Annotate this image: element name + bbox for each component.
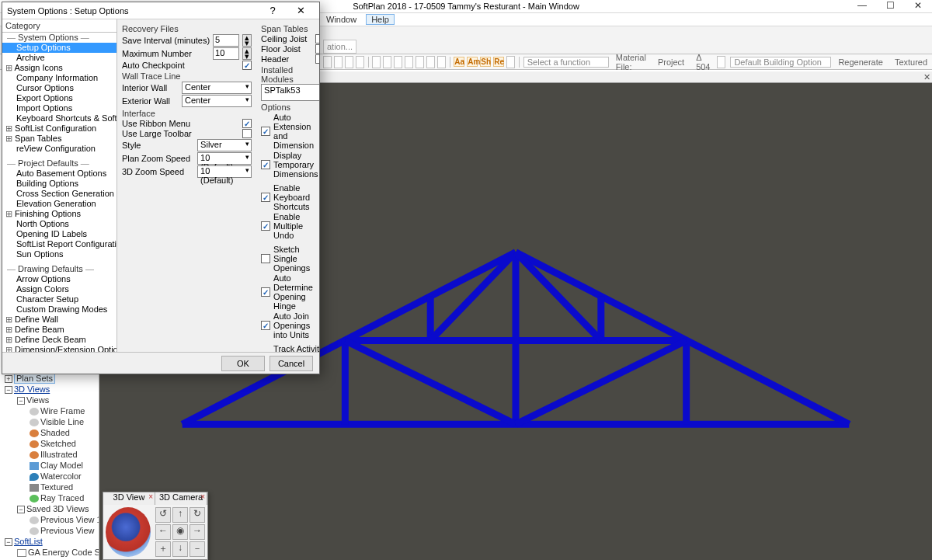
left-icon[interactable]: ← — [155, 524, 171, 540]
down-icon[interactable]: ↓ — [172, 541, 188, 557]
up-icon[interactable]: ↑ — [172, 507, 188, 523]
category-item[interactable]: Assign Icons — [2, 63, 116, 73]
main-close-button[interactable]: ✕ — [904, 0, 932, 13]
category-item[interactable]: Span Tables — [2, 134, 116, 144]
textured-button[interactable]: Textured — [890, 57, 932, 67]
category-item[interactable]: Define Beam — [2, 325, 116, 335]
view-controls-popup[interactable]: 3D View× 3D Camera× ↺ ↑ ↻ ← ◉ → ＋ ↓ － — [103, 492, 208, 560]
option-checkbox[interactable]: ✓ — [261, 221, 270, 231]
category-item[interactable]: Define Deck Beam — [2, 335, 116, 345]
category-item[interactable]: reView Configuration — [2, 144, 116, 154]
category-item[interactable]: System Options — [2, 33, 116, 43]
menu-help[interactable]: Help — [366, 14, 395, 25]
tree-view-item[interactable]: Sketched — [40, 439, 76, 448]
category-item[interactable]: Elevation Generation — [2, 199, 116, 209]
toolbar-button[interactable] — [356, 56, 364, 68]
auto-checkpoint-checkbox[interactable]: ✓ — [242, 61, 252, 70]
category-item[interactable]: North Options — [2, 219, 116, 229]
tree-prev-view[interactable]: Previous View — [40, 526, 95, 535]
category-item[interactable]: Assign Colors — [2, 284, 116, 294]
category-item[interactable]: Cursor Options — [2, 83, 116, 93]
tree-view-item[interactable]: Watercolor — [40, 471, 82, 481]
category-item[interactable]: Export Options — [2, 93, 116, 103]
toolbar-re-icon[interactable]: Re — [493, 57, 504, 67]
toolbar-button[interactable] — [416, 56, 424, 68]
category-item[interactable]: Company Information — [2, 73, 116, 83]
category-item[interactable]: Sun Options — [2, 249, 116, 259]
category-item[interactable]: Setup Options — [2, 43, 116, 53]
save-interval-input[interactable]: 5 — [213, 34, 239, 47]
header-checkbox[interactable] — [315, 54, 319, 64]
menu-window[interactable]: Window — [326, 15, 356, 24]
ceiling-joist-checkbox[interactable] — [315, 34, 319, 43]
save-interval-spinner[interactable]: ▴▾ — [242, 34, 252, 47]
toolbar-button[interactable] — [334, 56, 343, 68]
right-icon[interactable]: → — [190, 524, 205, 540]
tree-3d-views[interactable]: 3D Views — [14, 384, 50, 394]
toolbar-button[interactable] — [506, 56, 515, 68]
dialog-titlebar[interactable]: System Options : Setup Options ? ✕ — [2, 2, 319, 19]
exterior-wall-select[interactable]: Center — [182, 95, 252, 107]
material-file-value[interactable]: Project — [653, 57, 689, 67]
option-checkbox[interactable]: ✓ — [261, 287, 270, 297]
category-item[interactable]: Define Wall — [2, 315, 116, 325]
zoom-in-icon[interactable]: ＋ — [155, 541, 171, 557]
max-number-input[interactable]: 10 — [213, 47, 239, 60]
category-item[interactable]: Drawing Defaults — [2, 264, 116, 274]
category-item[interactable]: Keyboard Shortcuts & SoftTalk Comma — [2, 113, 116, 123]
max-number-spinner[interactable]: ▴▾ — [242, 47, 252, 60]
category-item[interactable]: Archive — [2, 53, 116, 63]
3d-zoom-select[interactable]: 10 (Default) — [197, 165, 252, 178]
option-checkbox[interactable] — [261, 254, 270, 263]
regenerate-button[interactable]: Regenerate — [833, 57, 888, 67]
tree-view-item[interactable]: Clay Model — [40, 461, 83, 470]
category-item[interactable]: Finishing Options — [2, 209, 116, 219]
interior-wall-select[interactable]: Center — [182, 82, 252, 94]
main-min-button[interactable]: — — [848, 0, 876, 13]
orbit-ball[interactable] — [106, 507, 151, 557]
ribbon-menu-checkbox[interactable]: ✓ — [242, 119, 252, 128]
category-item[interactable]: Character Setup — [2, 294, 116, 304]
toolbar-button[interactable] — [383, 56, 391, 68]
tree-view-item[interactable]: Textured — [40, 482, 73, 492]
category-item[interactable]: Custom Drawing Modes — [2, 304, 116, 315]
toolbar-button[interactable] — [345, 56, 353, 68]
installed-modules-list[interactable]: SPTalk53 — [261, 84, 319, 101]
toolbar-button[interactable] — [372, 56, 381, 68]
close-icon[interactable]: × — [148, 492, 153, 501]
category-item[interactable]: SoftList Report Configurations — [2, 239, 116, 249]
category-item[interactable]: SoftList Configuration — [2, 123, 116, 134]
tree-view-item[interactable]: Ray Traced — [40, 493, 84, 503]
tree-plan-sets[interactable]: Plan Sets — [14, 373, 55, 384]
rotate-ccw-icon[interactable]: ↺ — [155, 507, 171, 523]
toolbar-sh-icon[interactable]: Sh — [480, 57, 491, 67]
plan-zoom-select[interactable]: 10 (Default) — [197, 152, 252, 165]
cancel-button[interactable]: Cancel — [270, 356, 313, 371]
viewport-close-icon[interactable]: ✕ — [921, 72, 932, 82]
category-item[interactable]: Opening ID Labels — [2, 229, 116, 239]
tab-3d-view[interactable]: 3D View× — [103, 492, 155, 505]
category-item[interactable]: Cross Section Generation — [2, 189, 116, 199]
option-checkbox[interactable]: ✓ — [261, 321, 270, 330]
tree-views[interactable]: Views — [26, 395, 49, 405]
option-checkbox[interactable]: ✓ — [261, 193, 270, 202]
main-max-button[interactable]: ☐ — [876, 0, 904, 13]
option-checkbox[interactable]: ✓ — [261, 160, 270, 169]
category-list[interactable]: System OptionsSetup OptionsArchiveAssign… — [2, 32, 116, 352]
tree-softlist[interactable]: SoftList — [14, 537, 43, 546]
category-item[interactable]: Building Options — [2, 179, 116, 189]
option-checkbox[interactable]: ✓ — [261, 127, 270, 136]
toolbar-am-icon[interactable]: Am — [467, 57, 478, 67]
rotate-cw-icon[interactable]: ↻ — [190, 507, 205, 523]
tree-view-item[interactable]: Wire Frame — [40, 406, 85, 416]
large-toolbar-checkbox[interactable] — [242, 129, 252, 138]
category-item[interactable]: Dimension/Extension Options — [2, 345, 116, 352]
dialog-help-icon[interactable]: ? — [259, 5, 287, 16]
style-select[interactable]: Silver — [197, 139, 252, 151]
toolbar-button[interactable] — [717, 56, 725, 68]
category-item[interactable]: Auto Basement Options — [2, 169, 116, 179]
building-option-select[interactable]: Default Building Option — [730, 57, 831, 68]
tree-prev-view-1[interactable]: Previous View 1 — [40, 515, 99, 524]
toolbar-aa-icon[interactable]: Aa — [454, 57, 464, 67]
category-item[interactable]: Import Options — [2, 103, 116, 113]
